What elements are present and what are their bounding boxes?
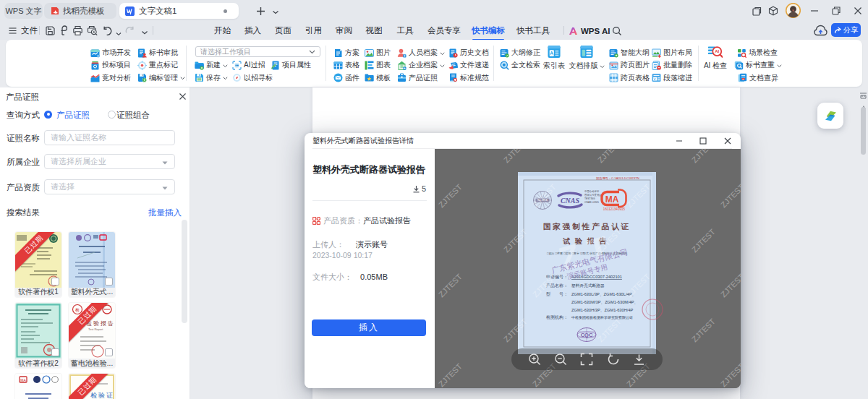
ribbon-item-piccross[interactable]: 跨页图片	[609, 60, 650, 71]
save-icon[interactable]	[44, 25, 56, 37]
ribbon-item-dupcheck[interactable]: 标书查重	[734, 60, 782, 71]
menu-item-7[interactable]: 工具	[397, 24, 414, 38]
ribbon-item-diskgear[interactable]: 编标管理	[137, 72, 185, 83]
zoom-out-icon[interactable]	[554, 353, 568, 366]
print-preview-icon[interactable]	[86, 25, 98, 37]
cert-thumbnail[interactable]	[15, 303, 61, 359]
ribbon-item-scenecheck[interactable]: 场景检查	[737, 48, 778, 59]
radio-label[interactable]: 产品证照	[56, 110, 90, 121]
company-select[interactable]: 请选择所属企业	[44, 154, 175, 169]
ribbon-item-piclayout[interactable]: 图片布局	[652, 48, 692, 59]
ribbon-item-picture[interactable]: 图片	[365, 48, 391, 59]
project-select[interactable]: 请选择工作项目	[195, 46, 320, 57]
ribbon-item-market[interactable]: 市场开发	[90, 48, 131, 59]
dialog-close-icon[interactable]	[722, 135, 733, 147]
ribbon-item-target[interactable]: 重点标记	[137, 60, 178, 71]
cert-thumbnail[interactable]	[69, 232, 115, 288]
menu-item-6[interactable]: 视图	[366, 24, 383, 38]
redo-icon[interactable]	[124, 25, 136, 37]
close-button[interactable]	[851, 4, 864, 17]
menu-item-8[interactable]: 会员专享	[427, 24, 461, 38]
ribbon-item-aibrackets[interactable]: AI过招	[232, 60, 265, 71]
ribbon-item-batchdel[interactable]: 批量删除	[652, 60, 692, 71]
ribbon-item-foldernew[interactable]: 新建	[195, 60, 228, 71]
ribbon-item-outlinefix[interactable]: 大纲修正	[500, 48, 540, 59]
card-checkbox[interactable]	[51, 348, 59, 356]
result-card-2[interactable]: 塑料外壳式...	[69, 232, 115, 297]
result-card-4[interactable]: 检检验报告Test Report已过期蓄电池检验...	[69, 303, 115, 368]
ribbon-item-docoutline[interactable]: 智能大纲	[609, 48, 650, 59]
panel-scrollbar[interactable]	[182, 220, 187, 323]
ribbon-item-personred[interactable]: 人员档案	[397, 48, 445, 59]
result-card-1[interactable]: 已过期软件著作权1	[15, 232, 61, 297]
result-card-5[interactable]: MA	[15, 374, 61, 399]
app-badge[interactable]: WPS 文字	[4, 3, 43, 19]
card-checkbox[interactable]	[51, 278, 59, 286]
ribbon-item-compass[interactable]: 以招寻标	[232, 72, 273, 83]
search-icon[interactable]	[610, 25, 623, 37]
insert-button[interactable]: 插入	[312, 319, 426, 336]
cube-icon[interactable]	[767, 4, 780, 17]
ribbon-item-building[interactable]: 企业档案	[397, 60, 445, 71]
ribbon-item-searchblue[interactable]: 全文检索	[500, 60, 540, 71]
ribbon-item-chartline[interactable]: 竞对分析	[90, 72, 131, 83]
panel-close-icon[interactable]	[177, 91, 187, 101]
print-icon[interactable]	[72, 25, 84, 37]
tab-list-chevron[interactable]	[269, 6, 282, 19]
ribbon-item-template[interactable]: 模板	[365, 72, 391, 83]
ribbon-item-bookred[interactable]: 标准规范	[448, 72, 489, 83]
ribbon-item-savegreen[interactable]: 保存	[195, 72, 228, 83]
tab-docer[interactable]: 找稻壳模板	[44, 3, 116, 19]
ribbon-item-tableblue[interactable]: 表格	[333, 60, 359, 71]
radio-label[interactable]: 证照组合	[116, 110, 150, 121]
wps-ai-menu[interactable]: WPS AI	[569, 24, 610, 38]
ribbon-item-docfly[interactable]: 文件速递	[448, 60, 489, 71]
radio-cert-combo[interactable]	[108, 111, 116, 119]
fullscreen-icon[interactable]	[580, 353, 594, 366]
batch-insert-link[interactable]: 批量插入	[148, 207, 182, 218]
tab-document[interactable]: 文字文稿1	[119, 3, 239, 19]
zoom-in-icon[interactable]	[528, 353, 542, 366]
ribbon-big-biglayout[interactable]: 文档排版	[571, 45, 603, 77]
menu-item-3[interactable]: 页面	[275, 24, 292, 38]
dialog-minimize-icon[interactable]	[673, 135, 685, 147]
cert-thumbnail[interactable]: 检验证已过期	[69, 374, 115, 399]
ribbon-item-diffcheck[interactable]: 文档查异	[738, 72, 778, 83]
undo-chevron[interactable]	[112, 27, 124, 40]
cert-thumbnail[interactable]: MA	[15, 374, 61, 399]
menu-item-1[interactable]: 开始	[214, 24, 231, 38]
menu-item-5[interactable]: 审阅	[336, 24, 352, 38]
ribbon-item-tablecross[interactable]: 跨页表格	[609, 72, 650, 83]
card-checkbox[interactable]	[105, 278, 113, 286]
rotate-icon[interactable]	[606, 353, 620, 366]
ribbon-item-badgecase[interactable]: 产品证照	[397, 72, 438, 83]
avatar[interactable]	[786, 3, 801, 18]
radio-product-cert[interactable]	[44, 111, 52, 119]
menu-item-10[interactable]: 快书工具	[516, 24, 550, 38]
cert-thumbnail[interactable]: 检检验报告Test Report已过期	[69, 303, 115, 359]
cloud-upload-icon[interactable]	[813, 23, 827, 37]
ribbon-big-bigai[interactable]: AIAI 检查	[699, 45, 731, 77]
result-card-3[interactable]: 软件著作权2	[15, 303, 61, 368]
ribbon-item-docpen[interactable]: 项目属性	[271, 60, 311, 71]
dialog-maximize-icon[interactable]	[697, 135, 709, 147]
ribbon-item-barchart[interactable]: 图表	[365, 60, 391, 71]
ribbon-item-docplan[interactable]: 方案	[333, 48, 359, 59]
output-icon[interactable]	[58, 25, 70, 37]
ribbon-big-bigindex[interactable]: 索引表	[538, 45, 570, 77]
menu-item-9[interactable]: 快书编标	[472, 24, 505, 38]
preview-download-icon[interactable]	[632, 353, 646, 366]
card-checkbox[interactable]	[105, 348, 113, 356]
ribbon-item-mail[interactable]: 函件	[333, 72, 359, 83]
restore-button[interactable]	[830, 4, 843, 17]
quickbar-chevron[interactable]	[138, 27, 150, 39]
cert-name-input[interactable]: 请输入证照名称	[44, 130, 175, 145]
minimize-button[interactable]	[808, 4, 821, 17]
qualification-select[interactable]: 请选择	[44, 179, 175, 194]
ribbon-item-docclock[interactable]: 历史文档	[448, 48, 489, 59]
multi-window-icon[interactable]	[750, 4, 763, 17]
floating-assistant-button[interactable]	[817, 103, 843, 129]
menu-item-2[interactable]: 插入	[244, 24, 261, 38]
share-button[interactable]: 分享	[831, 23, 861, 37]
document-scrollbar[interactable]	[861, 107, 866, 155]
